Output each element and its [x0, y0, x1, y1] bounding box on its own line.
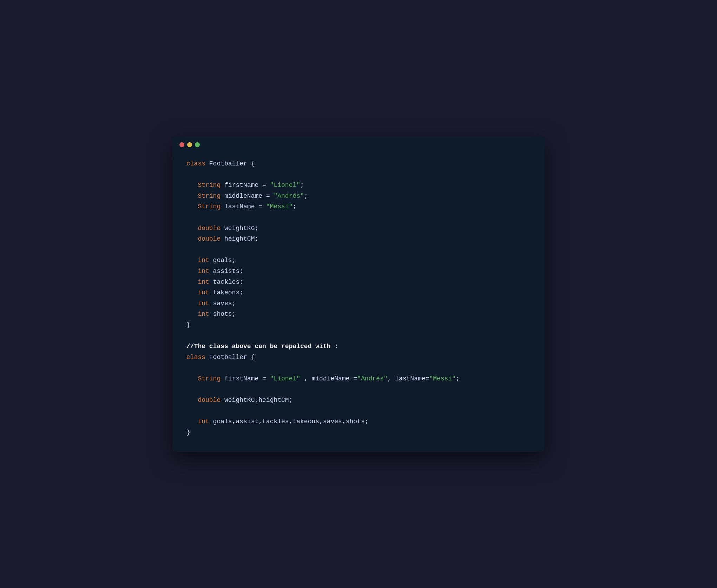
code-line: }: [186, 427, 531, 438]
code-line: [186, 406, 531, 417]
minimize-button-dot[interactable]: [187, 142, 192, 147]
code-line: [186, 384, 531, 395]
code-line: String lastName = "Messi";: [186, 201, 531, 212]
code-editor: class Footballer { String firstName = "L…: [172, 151, 545, 452]
code-line: [186, 212, 531, 223]
code-line: double weightKG;: [186, 223, 531, 234]
code-line: double heightCM;: [186, 234, 531, 244]
code-line: class Footballer {: [186, 158, 531, 169]
code-line: int takeons;: [186, 287, 531, 298]
code-line: int goals;: [186, 255, 531, 266]
code-line: [186, 244, 531, 255]
code-line: [186, 331, 531, 341]
code-line: double weightKG,heightCM;: [186, 395, 531, 406]
code-line: [186, 362, 531, 373]
code-line: String firstName = "Lionel";: [186, 180, 531, 191]
code-window: class Footballer { String firstName = "L…: [172, 136, 545, 452]
maximize-button-dot[interactable]: [195, 142, 200, 147]
title-bar: [172, 136, 545, 151]
code-line: }: [186, 320, 531, 331]
code-line: String middleName = "Andrés";: [186, 191, 531, 202]
code-line: int assists;: [186, 266, 531, 277]
code-line: String firstName = "Lionel" , middleName…: [186, 373, 531, 384]
code-line: int saves;: [186, 298, 531, 309]
comment-line: //The class above can be repalced with :: [186, 341, 531, 352]
code-line: int shots;: [186, 309, 531, 320]
code-line: int tackles;: [186, 277, 531, 288]
close-button-dot[interactable]: [179, 142, 184, 147]
code-line: int goals,assist,tackles,takeons,saves,s…: [186, 416, 531, 427]
code-line: [186, 169, 531, 180]
code-line: class Footballer {: [186, 352, 531, 363]
